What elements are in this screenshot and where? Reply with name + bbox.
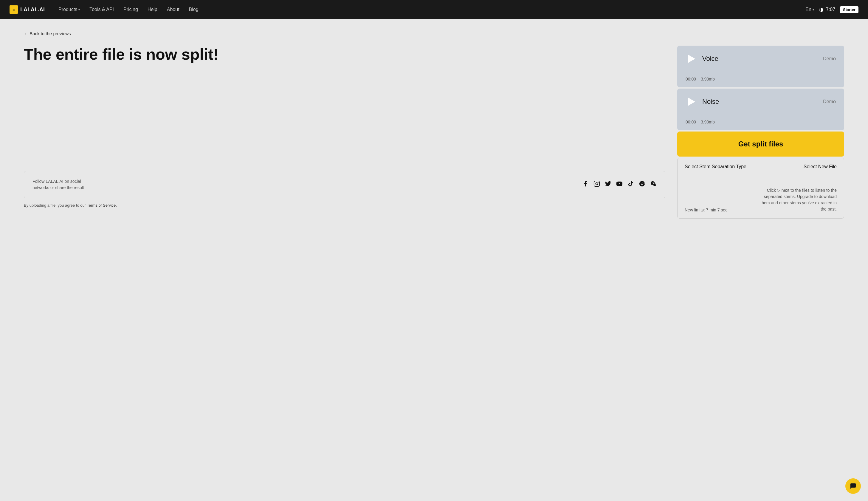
nav-item-products[interactable]: Products ▾ <box>54 4 84 14</box>
voice-card: Voice Demo 00:00 3.93mb <box>677 46 844 87</box>
voice-size: 3.93mb <box>701 77 715 82</box>
logo[interactable]: ≡ LALAL.AI <box>10 6 45 14</box>
logo-text: LALAL.AI <box>20 7 45 13</box>
social-box: Follow LALAL.AI on social networks or sh… <box>24 171 665 198</box>
lang-chevron-icon: ▾ <box>813 8 814 11</box>
logo-icon: ≡ <box>10 6 18 14</box>
navbar: ≡ LALAL.AI Products ▾ Tools & API Pricin… <box>0 0 868 19</box>
bottom-card: Select Stem Separation Type Select New F… <box>677 158 844 218</box>
noise-play-button[interactable] <box>686 96 697 108</box>
play-icon <box>688 97 695 106</box>
nav-item-pricing[interactable]: Pricing <box>119 4 142 14</box>
twitter-icon[interactable] <box>605 180 611 189</box>
get-split-files-button[interactable]: Get split files <box>677 131 844 157</box>
voice-time: 00:00 <box>686 77 696 82</box>
main-content: ← Back to the previews The entire file i… <box>0 19 868 501</box>
social-text: Follow LALAL.AI on social networks or sh… <box>32 178 98 191</box>
chat-button[interactable] <box>845 478 861 494</box>
voice-title-row: Voice <box>686 53 718 65</box>
left-column: The entire file is now split! Follow LAL… <box>24 46 665 207</box>
noise-title-row: Noise <box>686 96 719 108</box>
noise-label: Noise <box>702 98 719 106</box>
instructions-text: Click ▷ next to the files to listen to t… <box>759 187 837 212</box>
content-row: The entire file is now split! Follow LAL… <box>24 46 844 218</box>
chevron-down-icon: ▾ <box>78 8 80 11</box>
nav-item-blog[interactable]: Blog <box>185 4 203 14</box>
voice-demo-label: Demo <box>823 56 836 62</box>
nav-item-about[interactable]: About <box>163 4 184 14</box>
noise-card-header: Noise Demo <box>686 96 836 108</box>
svg-point-1 <box>596 182 598 184</box>
svg-rect-0 <box>594 181 599 186</box>
instagram-icon[interactable] <box>594 180 600 189</box>
social-icons <box>582 180 657 189</box>
noise-size: 3.93mb <box>701 120 715 124</box>
clock-icon: ◑ <box>819 6 824 13</box>
noise-demo-label: Demo <box>823 99 836 104</box>
timer-badge: ◑ 7:07 <box>819 6 835 13</box>
terms-link[interactable]: Terms of Service. <box>87 203 117 207</box>
limits-text: New limits: 7 min 7 sec <box>685 207 727 212</box>
select-stem-type-link[interactable]: Select Stem Separation Type <box>685 164 746 169</box>
bottom-card-header: Select Stem Separation Type Select New F… <box>685 164 837 169</box>
language-selector[interactable]: En ▾ <box>805 7 814 12</box>
page-title: The entire file is now split! <box>24 46 665 64</box>
voice-label: Voice <box>702 55 718 63</box>
voice-play-button[interactable] <box>686 53 697 65</box>
tier-badge: Starter <box>840 6 858 13</box>
voice-meta: 00:00 3.93mb <box>686 77 836 82</box>
nav-item-tools[interactable]: Tools & API <box>85 4 118 14</box>
right-column: Voice Demo 00:00 3.93mb Noise <box>677 46 844 218</box>
voice-card-header: Voice Demo <box>686 53 836 65</box>
wechat-icon[interactable] <box>650 180 657 189</box>
terms-text: By uploading a file, you agree to our Te… <box>24 203 665 207</box>
noise-meta: 00:00 3.93mb <box>686 120 836 124</box>
tiktok-icon[interactable] <box>628 180 634 189</box>
noise-card: Noise Demo 00:00 3.93mb <box>677 88 844 130</box>
bottom-card-footer: New limits: 7 min 7 sec Click ▷ next to … <box>685 187 837 212</box>
back-link[interactable]: ← Back to the previews <box>24 31 844 36</box>
nav-items: Products ▾ Tools & API Pricing Help Abou… <box>54 4 796 14</box>
facebook-icon[interactable] <box>582 180 589 189</box>
svg-point-2 <box>598 182 598 182</box>
youtube-icon[interactable] <box>616 180 623 189</box>
navbar-right: En ▾ ◑ 7:07 Starter <box>805 6 858 13</box>
nav-item-help[interactable]: Help <box>143 4 162 14</box>
play-icon <box>688 55 695 63</box>
select-new-file-link[interactable]: Select New File <box>804 164 837 169</box>
svg-point-4 <box>639 181 645 186</box>
reddit-icon[interactable] <box>639 180 645 189</box>
noise-time: 00:00 <box>686 120 696 124</box>
